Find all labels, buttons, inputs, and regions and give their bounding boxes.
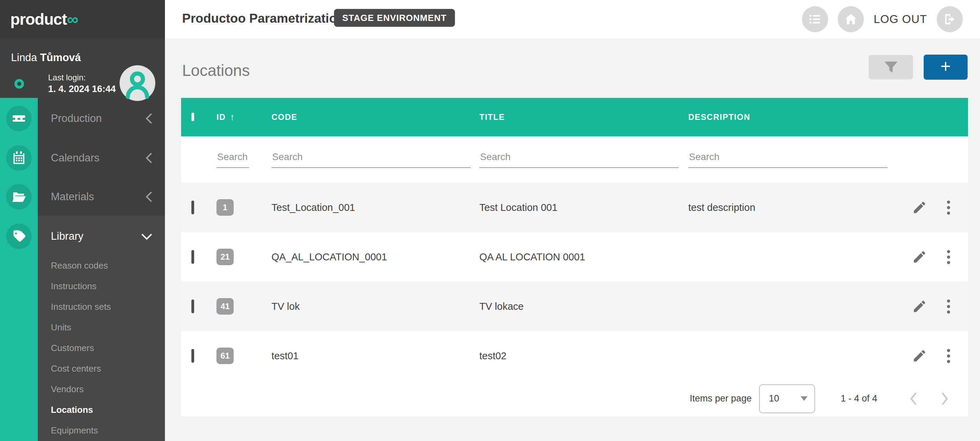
search-title-input[interactable] <box>479 151 679 168</box>
library-submenu: Reason codes Instructions Instruction se… <box>38 255 165 441</box>
id-badge: 21 <box>216 249 234 265</box>
sidebar-item-production[interactable]: Production <box>38 100 165 137</box>
cell-code: Test_Location_001 <box>272 202 479 213</box>
row-menu-button[interactable] <box>947 250 950 264</box>
cell-title: TV lokace <box>479 301 688 312</box>
search-id-input[interactable] <box>216 151 249 168</box>
cell-code: test01 <box>272 350 479 362</box>
next-page-button[interactable] <box>940 392 950 406</box>
sort-ascending-icon: ↑ <box>230 112 235 123</box>
home-button[interactable] <box>838 6 864 32</box>
table-row: 41 TV lok TV lokace <box>181 282 968 331</box>
top-actions: LOG OUT <box>802 5 963 33</box>
sidebar-item-library[interactable]: Library <box>38 217 165 255</box>
row-checkbox[interactable] <box>191 300 194 313</box>
calendars-rail-button[interactable] <box>6 145 32 171</box>
column-header-title[interactable]: TITLE <box>479 112 688 122</box>
row-menu-button[interactable] <box>947 300 950 314</box>
sidebar-item-label: Calendars <box>51 152 99 164</box>
pallet-icon <box>11 111 27 126</box>
sidebar-item-units[interactable]: Units <box>38 317 165 338</box>
row-checkbox[interactable] <box>191 349 194 363</box>
sidebar-item-cost-centers[interactable]: Cost centers <box>38 358 165 379</box>
table-row: 61 test01 test02 <box>181 331 968 381</box>
row-checkbox[interactable] <box>191 201 194 214</box>
user-avatar-icon <box>119 65 155 101</box>
edit-button[interactable] <box>912 348 927 363</box>
pencil-icon <box>912 299 927 314</box>
sidebar-item-label: Production <box>51 112 102 125</box>
row-menu-button[interactable] <box>947 349 950 363</box>
chevron-left-icon <box>145 191 153 203</box>
top-bar: Productoo Parametrization STAGE ENVIRONM… <box>165 0 980 38</box>
list-menu-button[interactable] <box>802 6 828 32</box>
search-description-input[interactable] <box>688 151 888 168</box>
production-rail-button[interactable] <box>6 106 32 131</box>
logout-label[interactable]: LOG OUT <box>873 13 927 26</box>
home-icon <box>843 12 858 27</box>
items-per-page-select[interactable]: 10 <box>759 384 815 413</box>
sidebar-item-equipments[interactable]: Equipments <box>38 420 165 441</box>
productoo-logo[interactable]: product∞ <box>10 10 78 29</box>
select-all-checkbox[interactable] <box>191 113 194 121</box>
user-name: Linda Tůmová <box>11 52 81 64</box>
cell-code: QA_AL_LOCATION_0001 <box>272 251 479 263</box>
logo-infinity-mark: ∞ <box>67 10 78 28</box>
items-per-page-label: Items per page <box>690 393 751 404</box>
pagination-bar: Items per page 10 1 - 4 of 4 <box>181 381 968 417</box>
materials-rail-button[interactable] <box>6 184 32 209</box>
sidebar-item-calendars[interactable]: Calendars <box>38 139 165 177</box>
id-badge: 1 <box>216 199 234 216</box>
column-header-id[interactable]: ID↑ <box>216 112 272 123</box>
sidebar-item-customers[interactable]: Customers <box>38 338 165 358</box>
locations-table: ID↑ CODE TITLE DESCRIPTION 1 Test_Locati… <box>181 98 968 417</box>
page-title: Locations <box>182 61 250 80</box>
pencil-icon <box>912 348 927 363</box>
edit-button[interactable] <box>912 249 927 265</box>
sidebar-item-instruction-sets[interactable]: Instruction sets <box>38 297 165 317</box>
search-code-input[interactable] <box>272 151 471 168</box>
row-menu-button[interactable] <box>947 201 950 215</box>
library-rail-button[interactable] <box>6 224 32 249</box>
sidebar-item-reason-codes[interactable]: Reason codes <box>38 255 165 276</box>
plus-icon: + <box>940 57 951 75</box>
previous-page-button[interactable] <box>909 392 918 406</box>
sidebar-item-instructions[interactable]: Instructions <box>38 276 165 297</box>
sidebar-item-locations[interactable]: Locations <box>38 400 165 420</box>
column-header-description[interactable]: DESCRIPTION <box>688 112 888 122</box>
list-icon <box>808 13 822 26</box>
table-header-row: ID↑ CODE TITLE DESCRIPTION <box>181 98 968 136</box>
sidebar-menu: Production Calendars Materials Library R… <box>38 98 165 441</box>
chevron-left-icon <box>145 113 153 124</box>
cell-title: QA AL LOCATION 0001 <box>479 251 688 263</box>
table-row: 1 Test_Location_001 Test Location 001 te… <box>181 183 968 232</box>
status-ring-icon <box>14 79 24 89</box>
sidebar-item-label: Materials <box>51 190 94 203</box>
calendar-icon <box>12 151 26 165</box>
avatar[interactable] <box>119 65 155 101</box>
folder-open-icon <box>11 189 27 205</box>
pencil-icon <box>912 249 927 265</box>
last-login: Last login: 1. 4. 2024 16:44 <box>48 73 116 94</box>
sidebar-item-vendors[interactable]: Vendors <box>38 379 165 400</box>
sidebar-item-materials[interactable]: Materials <box>38 178 165 216</box>
last-login-label: Last login: <box>48 73 116 82</box>
chevron-down-icon <box>141 233 153 240</box>
filter-button[interactable] <box>869 55 913 79</box>
sidebar: product∞ Linda Tůmová Last login: 1. 4. … <box>0 0 165 441</box>
add-location-button[interactable]: + <box>924 55 967 80</box>
items-per-page-value: 10 <box>769 393 779 404</box>
chevron-left-icon <box>909 392 918 406</box>
pencil-icon <box>912 200 927 215</box>
logout-button[interactable] <box>937 6 963 32</box>
cell-description: test description <box>688 202 888 213</box>
cell-title: test02 <box>479 350 688 362</box>
pagination-range: 1 - 4 of 4 <box>840 393 877 404</box>
edit-button[interactable] <box>912 299 927 314</box>
column-header-code[interactable]: CODE <box>272 112 479 122</box>
edit-button[interactable] <box>912 200 927 215</box>
table-search-row <box>181 136 968 183</box>
logo-band: product∞ <box>0 0 165 38</box>
row-checkbox[interactable] <box>191 250 194 264</box>
filter-funnel-icon <box>884 61 898 73</box>
